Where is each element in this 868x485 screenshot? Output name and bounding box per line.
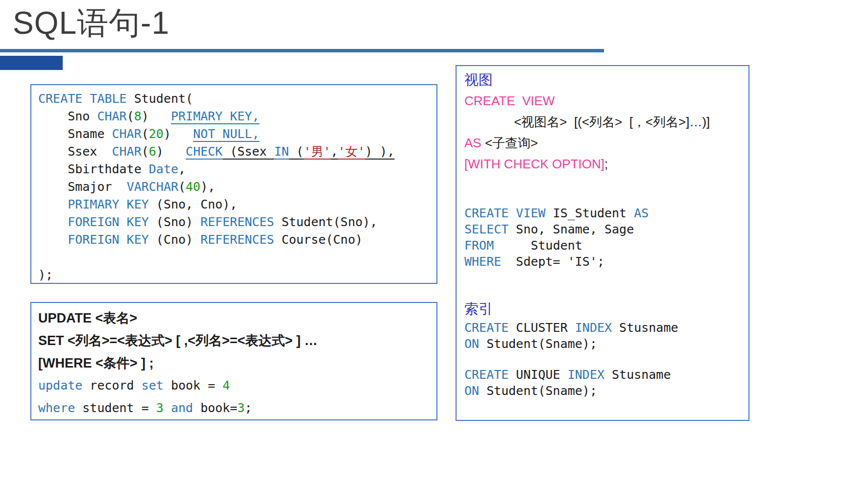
- token: '男': [304, 144, 331, 159]
- token: 索引: [464, 301, 493, 317]
- spacer: [464, 270, 748, 298]
- token: Course(Cno): [274, 232, 363, 247]
- sql-line: FOREIGN KEY (Cno) REFERENCES Course(Cno): [38, 231, 436, 249]
- token: CREATE: [464, 368, 508, 382]
- token: 3: [237, 401, 244, 415]
- token: Student(Sno),: [274, 215, 378, 229]
- token: book=: [193, 401, 237, 415]
- token: Student(Sname);: [479, 337, 597, 351]
- token: set: [142, 378, 164, 393]
- token: ON: [464, 337, 479, 351]
- token: CHAR: [97, 109, 126, 123]
- token: ): [156, 144, 186, 159]
- sql-line: Smajor VARCHAR(40),: [38, 178, 436, 196]
- sql-line: Sno CHAR(8) PRIMARY KEY,: [38, 108, 436, 125]
- sql-line: ON Student(Sname);: [464, 336, 748, 352]
- sql-line: FROM Student: [464, 237, 748, 254]
- token: INDEX: [568, 368, 604, 382]
- sql-line: PRIMARY KEY (Sno, Cno),: [38, 196, 436, 213]
- token: 8: [134, 109, 142, 123]
- update-syntax-line: UPDATE <表名>: [38, 307, 436, 329]
- view-syntax-line: [WITH CHECK OPTION];: [464, 154, 748, 175]
- spacer: [464, 175, 748, 205]
- token: where: [38, 401, 75, 415]
- sql-line: );: [38, 266, 436, 284]
- token: 6: [149, 144, 156, 159]
- token: CREATE: [464, 321, 508, 335]
- sql-line: Sname CHAR(20) NOT NULL,: [38, 125, 436, 143]
- token: ,: [331, 144, 338, 159]
- token: REFERENCES: [200, 232, 274, 247]
- token: AS: [634, 206, 649, 220]
- token: Student: [494, 238, 582, 253]
- token: [WHERE <条件> ] ;: [38, 356, 154, 370]
- token: Smajor: [38, 180, 127, 194]
- section-label-view: 视图: [464, 69, 748, 91]
- token: CHAR: [112, 127, 142, 141]
- where-syntax-line: [WHERE <条件> ] ;: [38, 352, 436, 374]
- sql-line: ON Student(Sname);: [464, 383, 748, 399]
- token: UNIQUE: [508, 368, 567, 382]
- token: CREATE TABLE: [38, 92, 127, 106]
- token: 40: [186, 180, 200, 194]
- token: IN: [274, 144, 289, 159]
- slide: SQL语句-1 CREATE TABLE Student( Sno CHAR(8…: [0, 0, 868, 485]
- token: <视图名> [(<列名> [，<列名>]…)]: [464, 115, 710, 129]
- token: AS: [464, 136, 482, 150]
- token: PRIMARY KEY: [38, 197, 149, 211]
- sql-line: where student = 3 and book=3;: [38, 397, 436, 419]
- token: ;: [245, 401, 252, 415]
- token: NOT NULL,: [193, 127, 259, 141]
- token: student =: [75, 401, 156, 415]
- token: 20: [149, 127, 164, 141]
- token: (Sno): [149, 215, 200, 229]
- token: (: [142, 127, 149, 141]
- sql-line: CREATE UNIQUE INDEX Stusname: [464, 367, 748, 383]
- title-accent-block: [0, 56, 63, 70]
- token: and: [171, 401, 193, 415]
- token: [164, 401, 171, 415]
- token: '女': [338, 144, 365, 159]
- token: (Sno, Cno),: [149, 197, 238, 211]
- token: [38, 250, 46, 264]
- token: (: [127, 109, 134, 123]
- token: WHERE: [464, 254, 501, 269]
- sql-line: CREATE VIEW IS_Student AS: [464, 205, 748, 221]
- token: ),: [200, 180, 215, 194]
- token: record: [82, 378, 141, 393]
- token: ON: [464, 384, 479, 398]
- token: [WITH CHECK OPTION]: [464, 157, 604, 171]
- token: Ssex: [38, 144, 112, 159]
- token: Sno, Sname, Sage: [508, 222, 634, 236]
- token: ,: [178, 162, 186, 176]
- view-syntax-line: <视图名> [(<列名> [，<列名>]…)]: [464, 112, 748, 133]
- token: CREATE VIEW: [464, 206, 546, 220]
- sql-line: update record set book = 4: [38, 374, 436, 397]
- token: Stusname: [604, 368, 671, 382]
- token: ): [164, 127, 193, 141]
- token: CHECK: [186, 144, 222, 159]
- sql-line: FOREIGN KEY (Sno) REFERENCES Student(Sno…: [38, 213, 436, 231]
- sql-line: Sbirthdate Date,: [38, 161, 436, 178]
- token: (Cno): [149, 232, 200, 247]
- token: Student(Sname);: [479, 384, 597, 398]
- view-and-index-panel: 视图CREATE VIEW <视图名> [(<列名> [，<列名>]…)]AS …: [456, 65, 749, 421]
- token: Stusname: [612, 321, 678, 335]
- token: CLUSTER: [508, 321, 575, 335]
- token: FOREIGN KEY: [38, 232, 149, 247]
- set-syntax-line: SET <列名>=<表达式> [ ,<列名>=<表达式> ] …: [38, 329, 436, 352]
- token: ): [142, 109, 171, 123]
- token: INDEX: [575, 321, 612, 335]
- token: 3: [156, 401, 164, 415]
- sql-line: SELECT Sno, Sname, Sage: [464, 221, 748, 237]
- create-table-code-box: CREATE TABLE Student( Sno CHAR(8) PRIMAR…: [30, 84, 437, 284]
- view-syntax-line: CREATE VIEW: [464, 91, 748, 112]
- token: Sname: [38, 127, 112, 141]
- token: (: [142, 144, 149, 159]
- sql-line: Ssex CHAR(6) CHECK (Ssex IN ('男','女') ),: [38, 143, 436, 161]
- token: SELECT: [464, 222, 508, 236]
- token: (Ssex: [222, 144, 274, 159]
- token: FROM: [464, 238, 494, 253]
- token: UPDATE <表名>: [38, 311, 137, 325]
- token: Student(: [127, 92, 193, 106]
